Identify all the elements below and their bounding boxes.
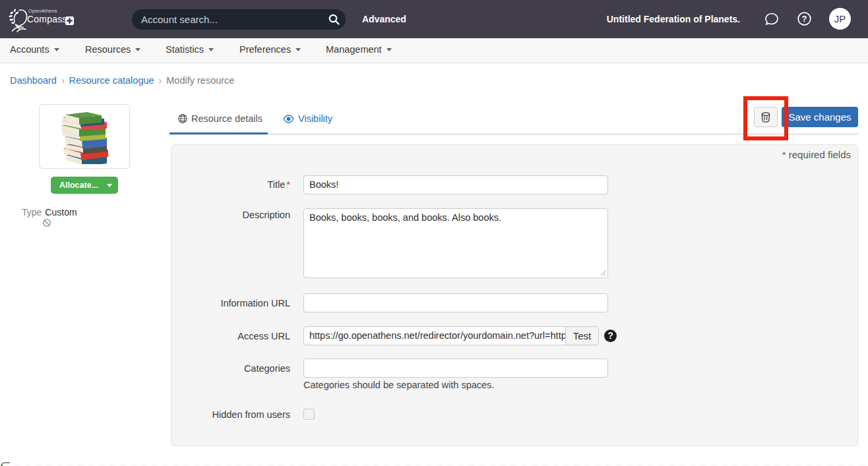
svg-text:?: ?: [802, 14, 807, 24]
